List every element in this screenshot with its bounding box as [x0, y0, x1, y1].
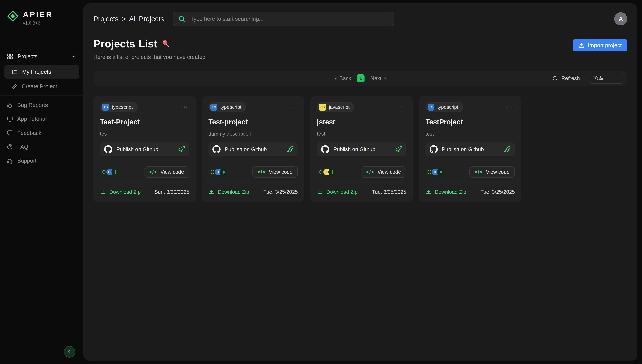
- card-menu-button[interactable]: [179, 102, 189, 112]
- publish-github-button[interactable]: Publish on Github: [208, 142, 298, 156]
- project-description: test: [425, 131, 515, 137]
- sidebar-item-support[interactable]: Support: [0, 154, 84, 168]
- tech-stack-icons: TS: [425, 168, 445, 176]
- publish-github-button[interactable]: Publish on Github: [425, 142, 515, 156]
- import-project-button[interactable]: Import project: [573, 39, 627, 52]
- chevron-right-icon: ›: [384, 75, 386, 82]
- project-date: Tue, 3/25/2025: [372, 189, 406, 195]
- sidebar-item-label: Feedback: [17, 130, 42, 136]
- rocket-icon: [287, 146, 294, 153]
- main-panel: Projects > All Projects A Projects List: [84, 3, 637, 361]
- breadcrumb-separator: >: [122, 15, 126, 23]
- publish-github-button[interactable]: Publish on Github: [100, 142, 189, 156]
- language-label: typescript: [220, 104, 241, 110]
- github-icon: [430, 145, 438, 154]
- sidebar-divider: [0, 93, 84, 96]
- project-title: Test-project: [208, 118, 298, 126]
- toolbar-right: Refresh 10: [549, 73, 623, 84]
- refresh-icon: [552, 75, 558, 82]
- pagination-next-button[interactable]: Next ›: [370, 75, 386, 82]
- monitor-icon: [7, 116, 13, 122]
- chat-bubble-icon: [7, 130, 13, 136]
- tech-stack-icons: JS: [317, 168, 337, 176]
- card-menu-button[interactable]: [288, 102, 298, 112]
- card-menu-button[interactable]: [397, 102, 406, 112]
- breadcrumb: Projects > All Projects: [93, 15, 164, 23]
- project-date: Sun, 3/30/2025: [155, 189, 189, 195]
- question-icon: [7, 144, 13, 150]
- javascript-icon: JS: [319, 104, 326, 111]
- avatar[interactable]: A: [614, 12, 627, 25]
- download-zip-link[interactable]: Download Zip: [208, 189, 249, 195]
- divider: [100, 183, 189, 183]
- typescript-icon: TS: [428, 104, 435, 111]
- mongodb-icon: [328, 168, 337, 176]
- publish-github-button[interactable]: Publish on Github: [317, 142, 406, 156]
- download-zip-link[interactable]: Download Zip: [100, 189, 141, 195]
- project-card: TS typescript Test-Project tes Publ: [93, 96, 196, 202]
- page-subtitle: Here is a list of projects that you have…: [93, 54, 205, 60]
- sidebar-item-my-projects[interactable]: My Projects: [4, 65, 79, 79]
- language-badge: TS typescript: [100, 102, 138, 112]
- sidebar-item-label: My Projects: [22, 69, 51, 75]
- sidebar-item-bug-reports[interactable]: Bug Reports: [0, 98, 84, 112]
- language-badge: JS javascript: [317, 102, 355, 112]
- page-size-selector[interactable]: 10: [589, 73, 623, 84]
- sidebar-item-projects[interactable]: Projects: [0, 49, 84, 64]
- view-code-button[interactable]: </> View code: [252, 166, 298, 178]
- breadcrumb-current: All Projects: [129, 15, 164, 23]
- language-badge: TS typescript: [208, 102, 246, 112]
- search-bar[interactable]: [173, 12, 394, 26]
- search-icon: [178, 15, 185, 22]
- view-code-button[interactable]: </> View code: [469, 166, 515, 178]
- search-input[interactable]: [190, 15, 389, 22]
- divider: [425, 183, 515, 183]
- project-title: jstest: [317, 118, 406, 126]
- sidebar-collapse-button[interactable]: [64, 346, 76, 358]
- tech-stack-icons: TS: [100, 168, 119, 176]
- project-description: tes: [100, 131, 189, 137]
- sidebar: APIER v1.0.3+6 Projects: [0, 0, 84, 364]
- divider: [317, 161, 406, 162]
- sidebar-item-label: Create Project: [22, 83, 57, 90]
- sidebar-item-faq[interactable]: FAQ: [0, 140, 84, 154]
- rocket-icon: [504, 146, 511, 153]
- project-card-grid: TS typescript Test-Project tes Publ: [93, 96, 627, 202]
- page-number-badge[interactable]: 1: [357, 74, 365, 82]
- divider: [317, 183, 406, 183]
- view-code-button[interactable]: </> View code: [144, 166, 189, 178]
- view-code-button[interactable]: </> View code: [361, 166, 406, 178]
- sidebar-item-create-project[interactable]: Create Project: [0, 80, 84, 93]
- language-label: typescript: [112, 104, 133, 110]
- divider: [100, 161, 189, 162]
- app-window: APIER v1.0.3+6 Projects: [0, 0, 642, 364]
- sidebar-item-label: Projects: [18, 53, 38, 60]
- sidebar-item-label: App Tutorial: [17, 116, 47, 122]
- download-zip-link[interactable]: Download Zip: [317, 189, 358, 195]
- download-icon: [100, 189, 106, 195]
- sidebar-item-app-tutorial[interactable]: App Tutorial: [0, 112, 84, 126]
- download-icon: [317, 189, 323, 195]
- rocket-icon: [395, 146, 402, 153]
- bug-icon: [7, 102, 13, 108]
- code-icon: </>: [258, 170, 266, 175]
- sidebar-item-feedback[interactable]: Feedback: [0, 126, 84, 140]
- list-toolbar: ‹ Back 1 Next › Refresh: [93, 71, 627, 86]
- download-zip-link[interactable]: Download Zip: [425, 189, 466, 195]
- card-menu-button[interactable]: [505, 102, 515, 112]
- code-icon: </>: [475, 170, 483, 175]
- typescript-icon: TS: [210, 104, 217, 111]
- project-date: Tue, 3/25/2025: [263, 189, 298, 195]
- language-label: javascript: [329, 104, 350, 110]
- pencil-icon: [12, 84, 18, 90]
- pagination-back-button[interactable]: ‹ Back: [335, 75, 351, 82]
- breadcrumb-root[interactable]: Projects: [93, 15, 118, 23]
- sidebar-item-label: Support: [17, 158, 37, 164]
- headset-icon: [7, 158, 13, 164]
- import-icon: [578, 42, 585, 48]
- refresh-button[interactable]: Refresh: [549, 75, 582, 82]
- folder-icon: [12, 68, 18, 75]
- divider: [425, 161, 515, 162]
- rocket-icon: [178, 146, 185, 153]
- avatar-initial: A: [619, 16, 623, 22]
